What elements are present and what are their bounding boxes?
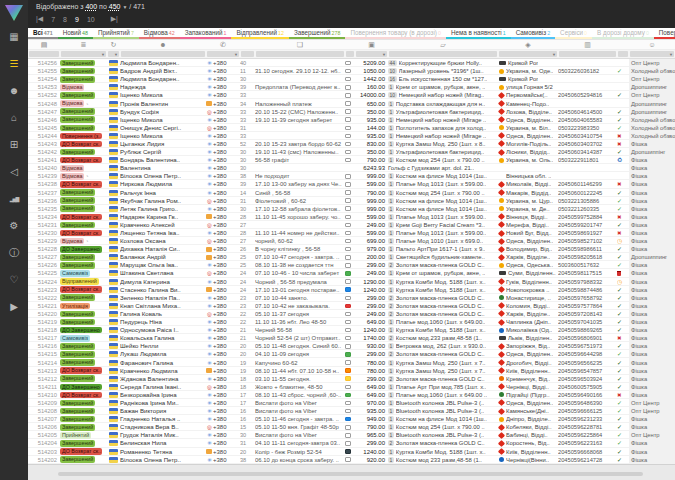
table-row[interactable]: 514219ЗавершенийПедурець Ніна✳+3802211.1… — [28, 318, 675, 326]
filter-day[interactable] — [241, 51, 254, 57]
table-row[interactable]: 514205ПрийнятийГрудок Наталія Мик..✳+380… — [28, 431, 675, 439]
ttn-number[interactable]: 0503226036182 — [558, 67, 617, 75]
ttn-number[interactable]: 20450604065583 — [558, 116, 617, 124]
ttn-number[interactable]: 20450600122245 — [558, 189, 617, 197]
table-row[interactable]: 514246ЗавершенийІщенко Микола✳+3803319.1… — [28, 116, 675, 124]
phone-prefix[interactable]: +380 — [213, 318, 227, 326]
tab-12[interactable]: Повернення (в дорозі)0 — [654, 28, 675, 39]
ttn-number[interactable] — [558, 164, 617, 172]
ttn-number[interactable]: 20450597577864 — [558, 302, 617, 310]
pagination-page[interactable]: 8 — [63, 16, 67, 23]
tab-9[interactable]: Самовивіз2 — [511, 28, 555, 39]
table-row[interactable]: 514255ЗавершенийБадров Андрій Вікт..✳+38… — [28, 67, 675, 75]
customers-column-icon[interactable]: ☻ — [120, 40, 206, 50]
tab-7[interactable]: Повернення товару (в дорозі)0 — [345, 28, 445, 39]
table-row[interactable]: 514227ЗавершенийБаланюк Андрій+3802507.1… — [28, 253, 675, 261]
sidebar-item-cards-icon[interactable]: ▦ — [6, 30, 22, 44]
table-row[interactable]: 514216ЗавершенийШейко Нелли✳+3802005.10 … — [28, 342, 675, 350]
ttn-number[interactable]: 20450596225864 — [558, 431, 617, 439]
ttn-number[interactable]: 20450597041035 — [558, 318, 617, 326]
phone-prefix[interactable]: +380 — [213, 172, 227, 180]
phone-prefix[interactable]: +380 — [213, 132, 227, 140]
manager-column-icon[interactable]: ☺ — [629, 40, 675, 50]
table-row[interactable]: 514230ДО Возврат ск..Лященко Тетяна Іва.… — [28, 229, 675, 237]
filter-comment[interactable] — [256, 51, 344, 57]
phone-prefix[interactable]: +380 — [213, 334, 227, 342]
phone-prefix[interactable]: +380 — [213, 326, 227, 334]
phone-prefix[interactable]: +380 — [213, 245, 227, 253]
sidebar-item-partners-icon[interactable]: ♡ — [6, 273, 22, 287]
table-row[interactable]: 514248Відмова◔Пронів Валентин+38034Налож… — [28, 99, 675, 107]
table-row[interactable]: 514222ЗавершенийЗеленко Наталія Па..✳+38… — [28, 294, 675, 302]
table-row[interactable]: 514210ДО Возврат ск..Безкоровайна Ірина✳… — [28, 391, 675, 399]
table-row[interactable]: 514234ДО Возврат ск..Надарян Карина Гв..… — [28, 213, 675, 221]
phone-prefix[interactable]: +380 — [213, 439, 227, 447]
ttn-number[interactable]: 20450598874486 — [558, 286, 617, 294]
ttn-number[interactable] — [558, 99, 617, 107]
filter-product[interactable] — [389, 51, 497, 57]
tab-6[interactable]: Завершений278 — [289, 28, 346, 39]
phone-prefix[interactable]: +380 — [213, 148, 227, 156]
range-from[interactable]: 400 — [85, 3, 97, 10]
table-row[interactable]: 514207ЗавершенийГладненко Наталья ..✳+38… — [28, 415, 675, 423]
table-row[interactable]: 514202ЗавершенийБілоока Олена Петр..✳+38… — [28, 456, 675, 464]
pagination-first-icon[interactable]: |◀ — [36, 15, 43, 23]
phone-prefix[interactable]: +380 — [213, 116, 227, 124]
phone-prefix[interactable]: +380 — [213, 253, 227, 261]
ttn-number[interactable]: 20450596644298 — [558, 350, 617, 358]
phone-prefix[interactable]: +380 — [213, 269, 227, 277]
table-row[interactable]: 514220ЗавершенийГалина Коваль◎+3802205.1… — [28, 310, 675, 318]
table-row[interactable]: 514245ЗавершенийОнищук Денис Сергі..◎+38… — [28, 124, 675, 132]
table-row[interactable]: 514237ЗавершенийРальчук Інна✳+38014Синій… — [28, 189, 675, 197]
ttn-number[interactable]: 20450603403702 — [558, 140, 617, 148]
filter-payment[interactable] — [346, 51, 354, 57]
phone-prefix[interactable]: +380 — [213, 124, 227, 132]
table-row[interactable]: 514229Відмова◔Козлова Оксана◎+38027чорни… — [28, 237, 675, 245]
ttn-number[interactable]: 20450599752884 — [558, 213, 617, 221]
table-row[interactable]: 514213ДО Возврат ск..Кравченко Людмила+3… — [28, 367, 675, 375]
table-row[interactable]: 514235ЗавершенийЛетяк Галина Григо..✳+38… — [28, 205, 675, 213]
payment-column-icon[interactable]: ▣ — [355, 40, 388, 50]
pagination-last-icon[interactable]: ▶| — [111, 15, 118, 23]
table-row[interactable]: 514225СамовивізШтакина Светлана◎+3802407… — [28, 269, 675, 277]
phone-prefix[interactable]: +380 — [213, 164, 227, 172]
ttn-number[interactable]: 20450596486390 — [558, 399, 617, 407]
ttn-number[interactable]: 20450603414387 — [558, 148, 617, 156]
phone-prefix[interactable]: +380 — [213, 83, 227, 91]
filter-source[interactable]: ▼ — [108, 51, 119, 57]
table-row[interactable]: 514211ДО ЗавершеноСереда Галина Івані..◎… — [28, 383, 675, 391]
filter-dropdown-icon[interactable]: ▼ — [234, 51, 238, 58]
phone-prefix[interactable]: +380 — [213, 294, 227, 302]
ttn-number[interactable]: 20450598869265 — [558, 326, 617, 334]
filter-dropdown-icon[interactable]: ▼ — [382, 51, 386, 58]
comments-column-icon[interactable]: ❏ — [255, 40, 345, 50]
ttn-number[interactable]: 20450600575905 — [558, 383, 617, 391]
ttn-number[interactable]: 20450598691927 — [558, 229, 617, 237]
ttn-number[interactable]: 20450598117515 — [558, 269, 617, 277]
phone-prefix[interactable]: +380 — [213, 100, 227, 108]
phone-prefix[interactable]: +380 — [213, 91, 227, 99]
phone-prefix[interactable]: +380 — [213, 423, 227, 431]
phone-prefix[interactable]: +380 — [213, 221, 227, 229]
phone-column-icon[interactable]: ✆ — [206, 40, 240, 50]
phone-prefix[interactable]: +380 — [213, 140, 227, 148]
phone-prefix[interactable]: +380 — [213, 156, 227, 164]
phone-prefix[interactable]: +380 — [213, 415, 227, 423]
phone-prefix[interactable]: +380 — [213, 367, 227, 375]
ttn-number[interactable]: 20450601146299 — [558, 180, 617, 188]
phone-prefix[interactable]: +380 — [213, 302, 227, 310]
table-row[interactable]: 514206ЗавершенийСтадникова Вера В..◎+380… — [28, 423, 675, 431]
phone-prefix[interactable]: +380 — [213, 342, 227, 350]
horizontal-scrollbar[interactable] — [58, 472, 643, 476]
ttn-number[interactable] — [558, 75, 617, 83]
phone-prefix[interactable]: +380 — [213, 383, 227, 391]
phone-prefix[interactable]: +380 — [213, 456, 227, 464]
table-row[interactable]: 514223ДО Возврат ск..Стасенко Галина Ви.… — [28, 286, 675, 294]
ttn-number[interactable]: 0503221260335 — [558, 205, 617, 213]
ttn-number[interactable]: 20450598527102 — [558, 237, 617, 245]
source-column-icon[interactable]: ↻ — [107, 40, 120, 50]
ttn-column-icon[interactable]: ▥ — [558, 40, 617, 50]
ttn-number[interactable]: 20450596228781 — [558, 423, 617, 431]
filter-dropdown-icon[interactable]: ▼ — [114, 51, 118, 58]
phone-prefix[interactable]: +380 — [213, 350, 227, 358]
